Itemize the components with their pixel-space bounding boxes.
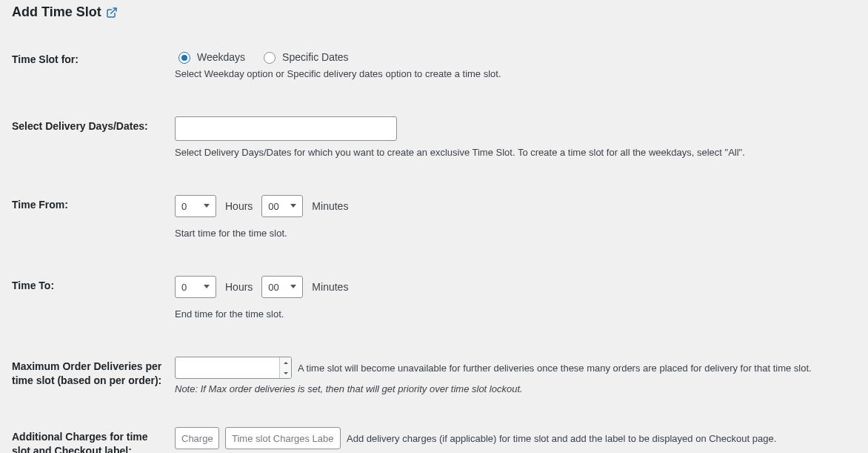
desc-max-orders: A time slot will become unavailable for … xyxy=(298,363,856,374)
time-from-hours-select[interactable]: 0 xyxy=(175,195,216,217)
charges-input[interactable] xyxy=(175,427,219,449)
charges-label-input[interactable] xyxy=(225,427,341,449)
max-orders-row: A time slot will become unavailable for … xyxy=(175,357,856,379)
page-title: Add Time Slot xyxy=(12,0,856,20)
minutes-unit: Minutes xyxy=(312,200,348,212)
label-select-days: Select Delivery Days/Dates: xyxy=(12,108,175,186)
step-up-button[interactable] xyxy=(280,357,291,368)
time-to-hours-select[interactable]: 0 xyxy=(175,276,216,298)
number-spinner xyxy=(279,357,291,378)
time-to-row: 0 Hours 00 Minutes xyxy=(175,276,856,298)
desc-charges: Add delivery charges (if applicable) for… xyxy=(347,433,856,444)
select-days-input[interactable] xyxy=(175,116,397,141)
label-time-to: Time To: xyxy=(12,267,175,348)
minutes-unit: Minutes xyxy=(312,281,348,293)
svg-line-0 xyxy=(110,8,116,13)
label-time-from: Time From: xyxy=(12,186,175,267)
time-from-row: 0 Hours 00 Minutes xyxy=(175,195,856,217)
time-slot-for-options: Weekdays Specific Dates xyxy=(175,50,856,64)
radio-weekdays[interactable] xyxy=(178,52,190,64)
step-down-button[interactable] xyxy=(280,368,291,378)
radio-weekdays-label[interactable]: Weekdays xyxy=(197,51,245,63)
desc-time-to: End time for the time slot. xyxy=(175,308,856,320)
hours-unit: Hours xyxy=(225,200,253,212)
label-max-orders: Maximum Order Deliveries per time slot (… xyxy=(12,348,175,418)
hours-unit: Hours xyxy=(225,281,253,293)
note-max-orders: Note: If Max order deliveries is set, th… xyxy=(175,383,856,394)
desc-time-from: Start time for the time slot. xyxy=(175,228,856,239)
desc-select-days: Select Delivery Days/Dates for which you… xyxy=(175,147,856,158)
desc-time-slot-for: Select Weekday option or Specific delive… xyxy=(175,68,856,79)
external-link-icon[interactable] xyxy=(106,7,118,19)
time-from-mins-select[interactable]: 00 xyxy=(261,195,303,217)
label-additional-charges: Additional Charges for time slot and Che… xyxy=(12,418,175,453)
label-time-slot-for: Time Slot for: xyxy=(12,41,175,108)
charges-row: Add delivery charges (if applicable) for… xyxy=(175,427,856,449)
radio-specific-dates[interactable] xyxy=(264,52,276,64)
max-orders-input[interactable] xyxy=(175,357,292,379)
settings-form: Time Slot for: Weekdays Specific Dates S… xyxy=(12,41,856,453)
radio-specific-dates-label[interactable]: Specific Dates xyxy=(282,51,348,63)
time-to-mins-select[interactable]: 00 xyxy=(261,276,303,298)
page-title-text: Add Time Slot xyxy=(12,4,101,20)
